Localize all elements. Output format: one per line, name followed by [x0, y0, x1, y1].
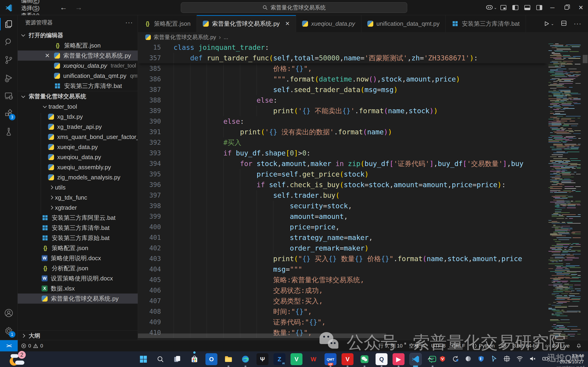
- tree-item[interactable]: {}分析配置.json: [18, 263, 138, 273]
- shield-icon[interactable]: [478, 355, 485, 363]
- status-copilot-icon[interactable]: [498, 343, 510, 349]
- wifi-icon[interactable]: [516, 355, 523, 363]
- tree-item[interactable]: xueqiu_assembly.py: [18, 162, 138, 172]
- tree-folder[interactable]: xgtrader: [18, 203, 138, 213]
- open-editor-item[interactable]: 安装第三方库清华.bat: [18, 81, 138, 91]
- activity-settings[interactable]: 1: [0, 322, 18, 340]
- taskbar-qq[interactable]: Q: [375, 353, 388, 365]
- split-editor-icon[interactable]: [561, 20, 567, 27]
- pointer-icon[interactable]: [491, 355, 497, 363]
- minimize-button[interactable]: ─: [545, 0, 560, 15]
- tab-索普量化雪球交易系统.py[interactable]: 索普量化雪球交易系统.py✕: [197, 15, 296, 32]
- taskbar-wechat[interactable]: [358, 353, 371, 365]
- panel-left-icon[interactable]: [509, 0, 521, 15]
- battery-icon[interactable]: [542, 355, 549, 363]
- volume-muted-icon[interactable]: [529, 355, 536, 363]
- panel-bottom-icon[interactable]: [521, 0, 533, 15]
- taskbar-start[interactable]: [137, 353, 149, 365]
- menu-编辑(E)[interactable]: 编辑(E): [17, 0, 44, 4]
- problems-status[interactable]: 0 0: [18, 340, 46, 351]
- taskbar-app-green-v[interactable]: V: [290, 353, 303, 365]
- taskbar-app-dark[interactable]: Ψ: [256, 353, 268, 365]
- tree-item[interactable]: xms_quant_bond_user_factor_trad...: [18, 132, 138, 142]
- tree-item[interactable]: X数据.xlsx: [18, 284, 138, 293]
- activity-remote-explorer[interactable]: [0, 87, 18, 105]
- layout-customize-icon[interactable]: [497, 0, 509, 15]
- activity-search[interactable]: [0, 33, 18, 51]
- taskbar-search[interactable]: [154, 353, 166, 365]
- restore-button[interactable]: [560, 0, 574, 15]
- status-CRLF[interactable]: CRLF: [449, 343, 468, 349]
- taskbar-app-z-ai[interactable]: ZAI: [273, 353, 285, 365]
- activity-extensions[interactable]: 3: [0, 105, 18, 123]
- tree-item[interactable]: xueqie_data.py: [18, 142, 138, 152]
- breadcrumb[interactable]: 索普量化雪球交易系统.py › ...: [138, 32, 588, 42]
- activity-source-control[interactable]: [0, 51, 18, 69]
- open-editor-item[interactable]: ✕索普量化雪球交易系统.py: [18, 50, 138, 61]
- tree-item[interactable]: W策略使用说明.docx: [18, 253, 138, 263]
- open-editor-item[interactable]: unification_data_qmt.pyqmt_tr...: [18, 71, 138, 81]
- open-editor-item[interactable]: xueqiou_data.pytrader_tool: [18, 61, 138, 71]
- more-actions-icon[interactable]: ···: [574, 20, 581, 27]
- close-button[interactable]: ✕: [574, 0, 588, 15]
- tab-安装第三方库清华.bat[interactable]: 安装第三方库清华.bat: [446, 15, 526, 32]
- status-UTF-8[interactable]: UTF-8: [428, 343, 449, 349]
- taskbar-file-explorer[interactable]: [222, 353, 234, 365]
- tree-item[interactable]: xueqiou_data.py: [18, 152, 138, 162]
- sync-icon[interactable]: [452, 355, 459, 363]
- taskbar-app-red-v[interactable]: V: [341, 353, 354, 365]
- huorong-icon[interactable]: [439, 355, 446, 363]
- tree-item[interactable]: xg_tdx.py: [18, 112, 138, 122]
- copilot-icon[interactable]: ⌄: [486, 0, 497, 15]
- tab-close-icon[interactable]: ✕: [285, 20, 290, 27]
- tab-xueqiou_data.py[interactable]: xueqiou_data.py: [296, 15, 361, 32]
- status-Python[interactable]: Python: [469, 343, 498, 349]
- taskbar-vscode[interactable]: [410, 353, 422, 365]
- tree-item[interactable]: 安装第三方库原始.bat: [18, 233, 138, 243]
- remote-indicator[interactable]: ><: [0, 340, 18, 351]
- weather-widget[interactable]: 2: [9, 353, 24, 366]
- tree-item[interactable]: 安装第三方库清华.bat: [18, 223, 138, 233]
- command-center-search[interactable]: 索普量化雪球交易系统: [181, 2, 407, 13]
- snip-icon[interactable]: [503, 355, 510, 363]
- taskbar-app-pink[interactable]: ▶: [393, 353, 405, 365]
- tab-策略配置.json[interactable]: {}策略配置.json: [138, 15, 197, 32]
- taskbar-store[interactable]: [188, 353, 200, 365]
- run-python-button[interactable]: ⌄: [544, 21, 554, 27]
- tree-item[interactable]: xg_trader_api.py: [18, 122, 138, 132]
- minimap[interactable]: [547, 42, 582, 340]
- tab-unification_data_qmt.py[interactable]: unification_data_qmt.py: [361, 15, 446, 32]
- open-editor-item[interactable]: {}策略配置.json: [18, 41, 138, 50]
- tree-item[interactable]: {}策略配置.json: [18, 243, 138, 253]
- vertical-scrollbar[interactable]: [582, 42, 588, 340]
- code-editor[interactable]: 15class joinquant_trader:357def run_tard…: [138, 42, 547, 340]
- status-3.9.5 64-bit[interactable]: 3.9.5 64-bit: [510, 343, 542, 349]
- status-Go Live[interactable]: Go Live: [542, 343, 573, 349]
- tree-item[interactable]: zig_models_analysis.py: [18, 172, 138, 182]
- outline-header[interactable]: 大纲: [18, 330, 138, 340]
- tree-folder[interactable]: trader_tool: [18, 101, 138, 112]
- tree-item[interactable]: 安装第三方库阿里云.bat: [18, 213, 138, 223]
- horizontal-scrollbar[interactable]: [138, 334, 386, 338]
- status-空格: 4[interactable]: 空格: 4: [406, 342, 428, 349]
- tree-item[interactable]: 索普量化雪球交易系统.py: [18, 293, 138, 304]
- activity-run-debug[interactable]: [0, 69, 18, 87]
- activity-testing[interactable]: [0, 123, 18, 141]
- close-editor-icon[interactable]: ✕: [45, 52, 50, 59]
- moon-icon[interactable]: [465, 355, 472, 363]
- status-bell-icon[interactable]: [573, 343, 585, 349]
- activity-explorer[interactable]: [0, 15, 18, 33]
- panel-right-icon[interactable]: [533, 0, 545, 15]
- root-folder-header[interactable]: 索普量化雪球交易系统: [18, 91, 138, 101]
- taskbar-outlook[interactable]: O: [205, 353, 217, 365]
- nav-forward-icon[interactable]: →: [75, 3, 82, 12]
- menu-选择(S)[interactable]: 选择(S): [17, 4, 44, 12]
- nav-back-icon[interactable]: ←: [60, 3, 67, 12]
- tree-folder[interactable]: xg_tdx_func: [18, 192, 138, 203]
- open-editors-header[interactable]: 打开的编辑器: [18, 30, 138, 41]
- activity-accounts[interactable]: [0, 304, 18, 322]
- taskbar-clock[interactable]: 23:44 2025/10/27: [560, 353, 584, 365]
- sidebar-more-icon[interactable]: ···: [125, 19, 133, 26]
- taskbar-edge[interactable]: [239, 353, 251, 365]
- status-行 9, 列 10[interactable]: 行 9, 列 10: [375, 342, 406, 349]
